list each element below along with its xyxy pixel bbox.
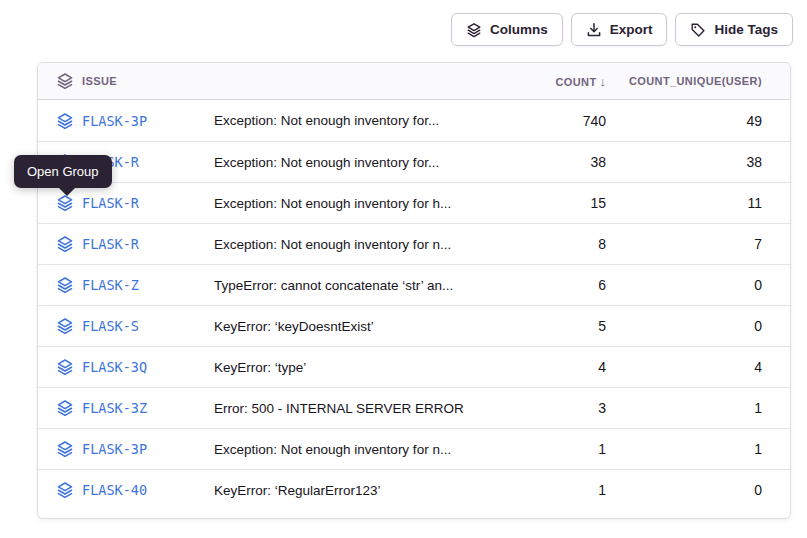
count-value: 1 (486, 441, 606, 457)
table-row: FLASK-R Exception: Not enough inventory … (38, 223, 790, 264)
count-unique-value: 1 (606, 441, 790, 457)
open-group-stack-icon[interactable] (38, 481, 82, 499)
open-group-tooltip: Open Group (14, 155, 112, 188)
open-group-stack-icon[interactable] (38, 440, 82, 458)
count-unique-value: 11 (606, 195, 790, 211)
hide-tags-button[interactable]: Hide Tags (675, 13, 793, 46)
open-group-tooltip-label: Open Group (27, 164, 99, 179)
issue-message: KeyError: ‘RegularError123’ (214, 483, 486, 498)
open-group-stack-icon[interactable] (38, 399, 82, 417)
stack-icon (38, 72, 82, 90)
count-value: 5 (486, 318, 606, 334)
tag-icon (690, 22, 706, 38)
issue-message: Exception: Not enough inventory for... (214, 113, 486, 128)
table-row: FLASK-3Z Error: 500 - INTERNAL SERVER ER… (38, 387, 790, 428)
open-group-stack-icon[interactable] (38, 317, 82, 335)
column-header-count[interactable]: COUNT↓ (486, 74, 606, 89)
table-row: FLASK-R Exception: Not enough inventory … (38, 141, 790, 182)
count-value: 8 (486, 236, 606, 252)
issue-link[interactable]: FLASK-S (82, 318, 139, 334)
tooltip-caret (59, 188, 75, 196)
count-value: 1 (486, 482, 606, 498)
table-row: FLASK-3P Exception: Not enough inventory… (38, 100, 790, 141)
open-group-stack-icon[interactable] (38, 194, 82, 212)
issues-table: ISSUE COUNT↓ COUNT_UNIQUE(USER) FLASK-3P… (37, 62, 791, 519)
issue-link[interactable]: FLASK-40 (82, 482, 147, 498)
count-value: 4 (486, 359, 606, 375)
toolbar: Columns Export Hide Tags (451, 13, 793, 46)
issue-link[interactable]: FLASK-R (82, 195, 139, 211)
count-unique-value: 0 (606, 277, 790, 293)
count-unique-value: 4 (606, 359, 790, 375)
table-row: FLASK-Z TypeError: cannot concatenate ‘s… (38, 264, 790, 305)
issue-link[interactable]: FLASK-R (82, 236, 139, 252)
open-group-stack-icon[interactable] (38, 358, 82, 376)
issue-message: Exception: Not enough inventory for n... (214, 237, 486, 252)
open-group-stack-icon[interactable] (38, 112, 82, 130)
issue-link[interactable]: FLASK-3Q (82, 359, 147, 375)
count-value: 6 (486, 277, 606, 293)
export-download-icon (586, 22, 602, 38)
hide-tags-button-label: Hide Tags (714, 22, 778, 37)
issue-message: Exception: Not enough inventory for n... (214, 442, 486, 457)
table-row: FLASK-3Q KeyError: ‘type’ 4 4 (38, 346, 790, 387)
issue-message: Error: 500 - INTERNAL SERVER ERROR (214, 401, 486, 416)
open-group-stack-icon[interactable] (38, 235, 82, 253)
count-unique-value: 49 (606, 113, 790, 129)
table-row: FLASK-R Exception: Not enough inventory … (38, 182, 790, 223)
columns-button-label: Columns (490, 22, 548, 37)
issue-message: Exception: Not enough inventory for... (214, 155, 486, 170)
count-value: 3 (486, 400, 606, 416)
export-button[interactable]: Export (571, 13, 668, 46)
table-row: FLASK-40 KeyError: ‘RegularError123’ 1 0 (38, 469, 790, 510)
count-unique-value: 38 (606, 154, 790, 170)
table-header-row: ISSUE COUNT↓ COUNT_UNIQUE(USER) (38, 63, 790, 100)
issue-message: KeyError: ‘type’ (214, 360, 486, 375)
issue-message: Exception: Not enough inventory for h... (214, 196, 486, 211)
column-header-issue[interactable]: ISSUE (82, 75, 214, 87)
issue-link[interactable]: FLASK-3P (82, 441, 147, 457)
issue-message: TypeError: cannot concatenate ‘str’ an..… (214, 278, 486, 293)
count-value: 38 (486, 154, 606, 170)
columns-stack-icon (466, 22, 482, 38)
count-unique-value: 1 (606, 400, 790, 416)
table-row: FLASK-3P Exception: Not enough inventory… (38, 428, 790, 469)
column-header-count-unique[interactable]: COUNT_UNIQUE(USER) (606, 75, 790, 87)
issue-message: KeyError: ‘keyDoesntExist’ (214, 319, 486, 334)
count-unique-value: 7 (606, 236, 790, 252)
issue-link[interactable]: FLASK-Z (82, 277, 139, 293)
count-unique-value: 0 (606, 482, 790, 498)
open-group-stack-icon[interactable] (38, 276, 82, 294)
issue-link[interactable]: FLASK-3P (82, 113, 147, 129)
count-unique-value: 0 (606, 318, 790, 334)
export-button-label: Export (610, 22, 653, 37)
count-value: 15 (486, 195, 606, 211)
table-row: FLASK-S KeyError: ‘keyDoesntExist’ 5 0 (38, 305, 790, 346)
columns-button[interactable]: Columns (451, 13, 563, 46)
count-value: 740 (486, 113, 606, 129)
issue-link[interactable]: FLASK-3Z (82, 400, 147, 416)
